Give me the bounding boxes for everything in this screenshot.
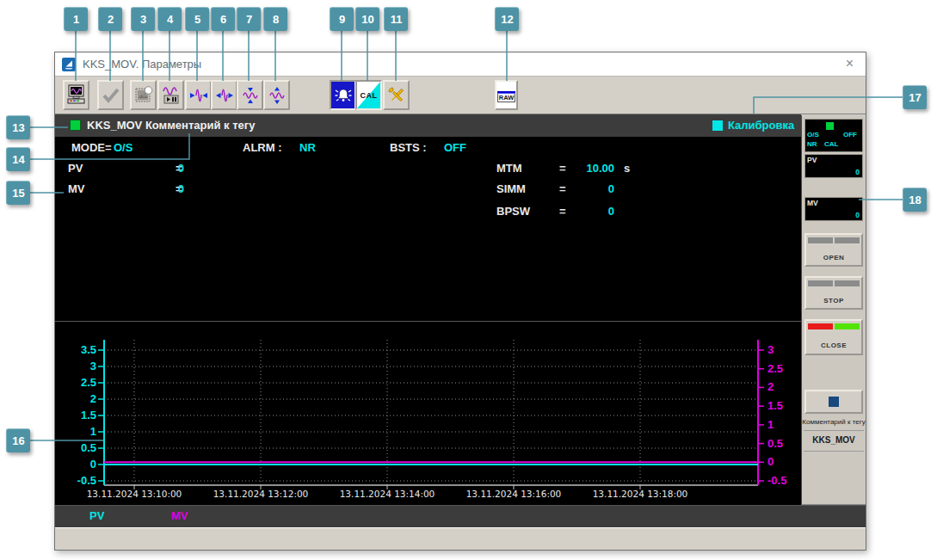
faceplate-tag: KKS_MOV (802, 435, 866, 445)
print-trend-button[interactable] (63, 80, 89, 110)
aux-square-button[interactable] (804, 390, 863, 414)
callout-badge-17: 17 (903, 85, 927, 109)
pv-label: PV (68, 162, 83, 175)
x-axis-tick-label: 13.11.2024 13:10:00 (70, 489, 199, 499)
close-icon[interactable]: × (846, 56, 854, 71)
expand-amplitude-icon (267, 85, 287, 106)
faceplate-cal: CAL (824, 140, 838, 148)
callout-badge-6: 6 (211, 7, 235, 31)
titlebar[interactable]: KKS_MOV. Параметры × (55, 52, 866, 77)
square-icon (829, 397, 839, 407)
stop-button[interactable]: STOP (804, 276, 863, 310)
simm-value: 0 (567, 182, 614, 195)
bpsw-label: BPSW (496, 205, 530, 218)
callout-badge-8: 8 (263, 7, 287, 31)
left-axis-tick-label: -0.5 (55, 474, 96, 487)
callout-badge-11: 11 (384, 7, 408, 31)
callout-badge-4: 4 (157, 7, 182, 31)
trend-play-pause-button[interactable] (157, 80, 184, 110)
faceplate-mv-display: MV 0 (804, 197, 863, 221)
close-valve-button[interactable]: CLOSE (804, 319, 863, 355)
raw-data-button[interactable]: RAW (495, 80, 518, 110)
snapshot-icon (133, 85, 154, 106)
calibration-indicator (712, 120, 723, 131)
toolbar: CAL RAW (55, 77, 866, 114)
open-indicator-right (835, 237, 860, 243)
cal-mode-button[interactable]: CAL (355, 80, 382, 110)
close-indicator-red (808, 323, 833, 329)
app-icon (62, 58, 76, 71)
apply-button[interactable] (97, 80, 124, 110)
faceplate-power: OFF (843, 131, 857, 138)
pv-value: 0 (150, 162, 184, 175)
raw-button-label: RAW (497, 94, 515, 102)
faceplate-pv-value: 0 (855, 168, 860, 176)
simm-equals: = (559, 182, 566, 195)
mtm-equals: = (559, 162, 566, 175)
compress-time-button[interactable] (185, 80, 212, 110)
calibration-label: Калибровка (728, 119, 794, 132)
faceplate-status-display: O/S OFF NR CAL (804, 119, 863, 152)
print-trend-icon (66, 84, 87, 107)
expand-time-icon (214, 85, 235, 106)
x-axis-tick-label: 13.11.2024 13:18:00 (576, 489, 705, 499)
play-pause-trend-icon (161, 84, 182, 107)
faceplate-pv-label: PV (807, 156, 817, 164)
faceplate-panel: O/S OFF NR CAL PV 0 MV 0 OPEN STOP (801, 115, 866, 505)
faceplate-mv-label: MV (807, 199, 818, 207)
left-axis-tick-label: 1.5 (55, 409, 96, 422)
callout-badge-1: 1 (64, 7, 88, 31)
faceplate-divider (804, 430, 864, 431)
stop-button-label: STOP (806, 297, 861, 305)
left-axis-tick-label: 1 (55, 425, 96, 438)
legend-mv: MV (171, 509, 188, 522)
close-indicator-green (835, 323, 860, 329)
expand-time-button[interactable] (211, 80, 237, 110)
bsts-label: BSTS : (390, 141, 427, 154)
alarm-bell-icon (333, 85, 354, 106)
cal-button-label: CAL (361, 91, 378, 100)
callout-badge-13: 13 (6, 115, 30, 139)
faceplate-mode: O/S (807, 131, 819, 138)
callout-badge-2: 2 (98, 7, 122, 31)
bpsw-equals: = (559, 205, 566, 218)
mv-label: MV (68, 182, 85, 195)
parameter-panel: MODE= O/S ALRM : NR BSTS : OFF PV = 0 MV… (55, 137, 801, 321)
trend-legend: PV MV (55, 505, 866, 527)
window-title: KKS_MOV. Параметры (83, 58, 201, 71)
legend-pv: PV (89, 509, 104, 522)
apply-check-icon (101, 85, 121, 106)
callout-badge-16: 16 (6, 428, 30, 452)
page: KKS_MOV. Параметры × (0, 0, 937, 560)
open-button-label: OPEN (806, 254, 861, 262)
callout-badge-5: 5 (185, 7, 209, 31)
left-axis-tick-label: 2.5 (55, 376, 96, 389)
faceplate-mv-value: 0 (855, 211, 860, 219)
faceplate-status-indicator (826, 122, 834, 130)
open-button[interactable]: OPEN (804, 233, 863, 267)
alarm-bell-button[interactable] (330, 80, 356, 110)
callout-badge-14: 14 (6, 147, 30, 171)
faceplate-alarm: NR (807, 140, 817, 148)
callout-badge-12: 12 (495, 7, 519, 31)
simm-label: SIMM (496, 182, 526, 195)
mtm-label: MTM (496, 162, 522, 175)
left-axis-tick-label: 3.5 (55, 343, 96, 356)
close-button-label: CLOSE (806, 342, 861, 349)
mode-value: O/S (114, 141, 133, 154)
status-bar (55, 527, 866, 550)
x-axis-tick-label: 13.11.2024 13:12:00 (196, 489, 325, 499)
stop-indicator-left (808, 280, 833, 286)
faceplate-pv-display: PV 0 (804, 154, 863, 178)
compress-amplitude-button[interactable] (237, 80, 263, 110)
trend-chart: 3.532.521.510.50-0.532.521.510.50-0.513.… (55, 321, 801, 505)
callout-badge-15: 15 (6, 181, 30, 205)
callout-badge-3: 3 (131, 7, 155, 31)
tools-button[interactable] (383, 80, 410, 110)
tag-status-indicator (70, 120, 81, 131)
compress-amplitude-icon (240, 85, 261, 106)
left-axis-tick-label: 2 (55, 392, 96, 405)
snapshot-button[interactable] (130, 80, 157, 110)
mtm-unit: s (624, 162, 630, 175)
expand-amplitude-button[interactable] (263, 80, 290, 110)
